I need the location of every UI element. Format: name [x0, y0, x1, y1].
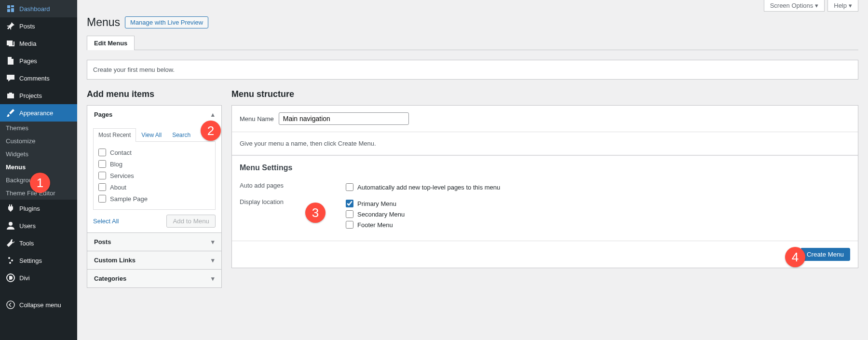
- page-icon: [6, 56, 15, 66]
- location-checkbox[interactable]: [346, 210, 353, 218]
- screen-options-button[interactable]: Screen Options▾: [764, 0, 825, 12]
- wrench-icon: [6, 238, 15, 248]
- divi-icon: [6, 273, 15, 283]
- sidebar-item-projects[interactable]: Projects: [0, 87, 77, 104]
- annotation-badge-1: 1: [30, 173, 50, 193]
- sidebar-item-dashboard[interactable]: Dashboard: [0, 0, 77, 17]
- sidebar-label: Appearance: [19, 109, 53, 117]
- menu-name-input[interactable]: [279, 112, 409, 125]
- sidebar-item-settings[interactable]: Settings: [0, 252, 77, 269]
- sidebar-label: Users: [19, 222, 36, 230]
- sidebar-item-media[interactable]: Media: [0, 35, 77, 52]
- page-checkbox[interactable]: [98, 183, 106, 191]
- page-checkbox[interactable]: [98, 149, 106, 156]
- auto-add-checkbox[interactable]: [346, 183, 353, 191]
- menu-settings-title: Menu Settings: [240, 163, 850, 172]
- sub-customize[interactable]: Customize: [0, 135, 77, 148]
- help-button[interactable]: Help▾: [827, 0, 858, 12]
- page-checkbox[interactable]: [98, 172, 106, 179]
- sidebar-item-divi[interactable]: Divi: [0, 269, 77, 286]
- tab-search[interactable]: Search: [167, 128, 196, 141]
- media-icon: [6, 39, 15, 48]
- page-item[interactable]: Sample Page: [97, 193, 211, 204]
- menu-name-label: Menu Name: [240, 115, 274, 122]
- acc-pages-head[interactable]: Pages▴: [87, 106, 221, 123]
- location-secondary[interactable]: Secondary Menu: [346, 209, 405, 219]
- comment-icon: [6, 73, 15, 83]
- sidebar-item-tools[interactable]: Tools: [0, 234, 77, 252]
- display-location-label: Display location: [240, 198, 346, 205]
- sliders-icon: [6, 256, 15, 265]
- live-preview-button[interactable]: Manage with Live Preview: [125, 16, 208, 28]
- sidebar-item-plugins[interactable]: Plugins: [0, 200, 77, 217]
- select-all-link[interactable]: Select All: [93, 218, 119, 225]
- chevron-down-icon: ▾: [211, 275, 215, 282]
- sidebar-item-comments[interactable]: Comments: [0, 69, 77, 87]
- sidebar-label: Pages: [19, 57, 37, 65]
- nav-tabs: Edit Menus: [87, 36, 858, 50]
- plugin-icon: [6, 204, 15, 213]
- sidebar-item-pages[interactable]: Pages: [0, 52, 77, 69]
- svg-point-3: [9, 262, 11, 264]
- acc-custom-links-head[interactable]: Custom Links▾: [87, 251, 221, 269]
- brush-icon: [6, 108, 15, 118]
- add-items-title: Add menu items: [87, 89, 222, 99]
- sidebar-label: Settings: [19, 257, 42, 264]
- sidebar-label: Plugins: [19, 205, 40, 212]
- create-menu-button[interactable]: Create Menu: [800, 248, 850, 261]
- svg-point-1: [8, 257, 10, 259]
- annotation-badge-3: 3: [305, 203, 326, 223]
- collapse-icon: [6, 300, 15, 310]
- dashboard-icon: [6, 4, 15, 14]
- sidebar-item-appearance[interactable]: Appearance: [0, 104, 77, 122]
- auto-add-option[interactable]: Automatically add new top-level pages to…: [346, 182, 500, 192]
- page-checkbox[interactable]: [98, 160, 106, 168]
- pin-icon: [6, 21, 15, 31]
- location-checkbox[interactable]: [346, 221, 353, 229]
- chevron-down-icon: ▾: [211, 257, 215, 264]
- page-item[interactable]: Services: [97, 170, 211, 181]
- tab-edit-menus[interactable]: Edit Menus: [87, 36, 135, 50]
- tab-most-recent[interactable]: Most Recent: [93, 128, 136, 142]
- page-item[interactable]: Contact: [97, 147, 211, 158]
- location-checkbox[interactable]: [346, 200, 353, 207]
- svg-point-2: [11, 259, 13, 261]
- portfolio-icon: [6, 91, 15, 100]
- admin-sidebar: Dashboard Posts Media Pages Comments Pro…: [0, 0, 77, 340]
- chevron-down-icon: ▾: [815, 2, 818, 9]
- collapse-menu[interactable]: Collapse menu: [0, 296, 77, 313]
- page-title: Menus: [87, 16, 120, 29]
- sub-themes[interactable]: Themes: [0, 122, 77, 135]
- page-item[interactable]: About: [97, 181, 211, 193]
- sub-menus[interactable]: Menus: [0, 161, 77, 174]
- sub-widgets[interactable]: Widgets: [0, 148, 77, 161]
- auto-add-label: Auto add pages: [240, 182, 346, 189]
- sidebar-label: Projects: [19, 92, 42, 99]
- page-checkbox[interactable]: [98, 195, 106, 203]
- sidebar-label: Media: [19, 40, 36, 47]
- sidebar-label: Dashboard: [19, 5, 50, 13]
- acc-categories-head[interactable]: Categories▾: [87, 270, 221, 287]
- annotation-badge-4: 4: [785, 247, 805, 267]
- sidebar-label: Tools: [19, 240, 34, 247]
- chevron-down-icon: ▾: [211, 238, 215, 245]
- sidebar-item-posts[interactable]: Posts: [0, 17, 77, 35]
- add-to-menu-button[interactable]: Add to Menu: [166, 215, 216, 228]
- sidebar-label: Divi: [19, 274, 30, 282]
- menu-structure-title: Menu structure: [231, 89, 858, 99]
- chevron-up-icon: ▴: [211, 111, 215, 118]
- location-primary[interactable]: Primary Menu: [346, 198, 405, 209]
- acc-posts-head[interactable]: Posts▾: [87, 233, 221, 251]
- notice: Create your first menu below.: [87, 60, 858, 80]
- menu-help-text: Give your menu a name, then click Create…: [232, 132, 858, 155]
- main-content: Screen Options▾ Help▾ Menus Manage with …: [77, 0, 868, 340]
- tab-view-all[interactable]: View All: [136, 128, 167, 141]
- sidebar-label: Comments: [19, 75, 50, 82]
- sidebar-label: Posts: [19, 23, 35, 30]
- sidebar-item-users[interactable]: Users: [0, 217, 77, 234]
- chevron-down-icon: ▾: [849, 2, 852, 9]
- menu-frame: Menu Name Give your menu a name, then cl…: [231, 105, 858, 268]
- page-item[interactable]: Blog: [97, 158, 211, 170]
- location-footer[interactable]: Footer Menu: [346, 219, 405, 230]
- svg-point-0: [9, 222, 13, 226]
